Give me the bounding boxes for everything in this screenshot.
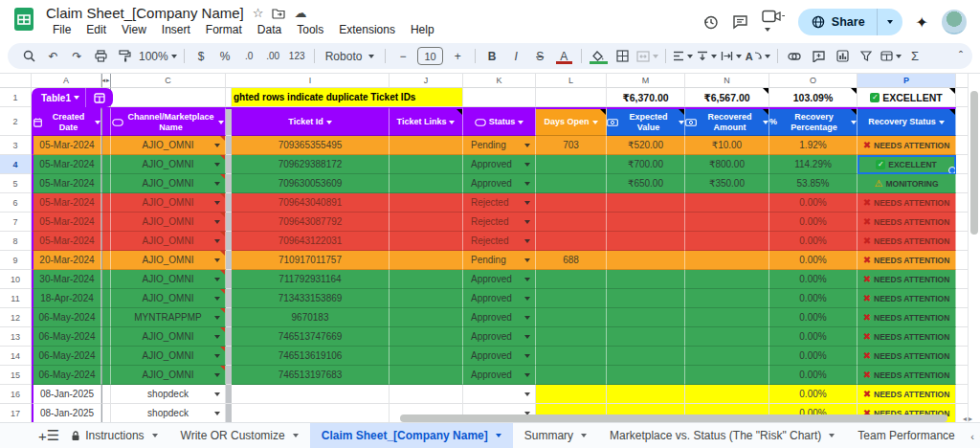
cell-days-open-r15[interactable] [536, 366, 607, 385]
cell-percent-r13[interactable]: 0.00% [769, 327, 858, 347]
cell-percent-r8[interactable]: 0.00% [769, 232, 858, 251]
document-title[interactable]: Claim Sheet_[Company Name] [46, 5, 244, 21]
column-header-M[interactable]: M [607, 74, 685, 88]
cell-date-r3[interactable]: 05-Mar-2024 [32, 136, 101, 155]
total-recovered-amount-cell[interactable]: ₹6,567.00 [685, 88, 769, 107]
paint-format-icon[interactable] [113, 46, 137, 66]
cell-percent-r10[interactable]: 0.00% [769, 270, 858, 289]
cell-date-r14[interactable]: 06-May-2024 [32, 347, 101, 366]
cell-ticket-id-r10[interactable]: 711792931164 [232, 270, 390, 289]
format-percent-icon[interactable]: % [213, 46, 237, 66]
vertical-scrollbar-track[interactable] [968, 74, 980, 424]
cell-days-open-r4[interactable] [536, 155, 607, 174]
cell-channel-r11[interactable]: AJIO_OMNI [111, 289, 226, 308]
cell-recovery-status-r3[interactable]: ✖NEEDS ATTENTION [858, 136, 956, 155]
cell-date-r17[interactable]: 08-Jan-2025 [32, 404, 101, 423]
cell-days-open-r13[interactable] [536, 327, 607, 347]
cell-date-r12[interactable]: 06-May-2024 [32, 308, 101, 327]
cell-channel-r14[interactable]: AJIO_OMNI [111, 347, 226, 366]
cell-ticket-id-r3[interactable]: 709365355495 [232, 136, 390, 155]
cell-date-r13[interactable]: 06-May-2024 [32, 327, 101, 347]
cell-recovered-r15[interactable] [685, 366, 769, 385]
menu-view[interactable]: View [115, 22, 153, 37]
cell-percent-r11[interactable]: 0.00% [769, 289, 858, 308]
cell-hidden-b-r16[interactable] [101, 385, 111, 404]
search-icon[interactable] [17, 46, 41, 66]
cell-status-r11[interactable]: Approved [463, 289, 536, 308]
cell-recovered-r5[interactable]: ₹350.00 [685, 174, 769, 193]
header-days_open[interactable]: Days Open [536, 107, 607, 136]
cell-recovery-status-r7[interactable]: ✖NEEDS ATTENTION [858, 213, 956, 232]
cell-status-r5[interactable]: Approved [463, 174, 536, 193]
header-recovery_percentage[interactable]: %Recovery Percentage [769, 107, 858, 136]
cell-channel-r5[interactable]: AJIO_OMNI [111, 174, 226, 193]
cell-ticket-link-r8[interactable] [390, 232, 463, 251]
redo-icon[interactable]: ↷ [65, 46, 89, 66]
row-number-11[interactable]: 11 [0, 289, 32, 308]
strikethrough-icon[interactable]: S [528, 46, 552, 66]
cell-expected-r12[interactable] [607, 308, 685, 327]
column-header-C[interactable]: C [111, 74, 226, 88]
cell-expected-r6[interactable] [607, 193, 685, 213]
menu-tools[interactable]: Tools [290, 22, 330, 37]
sheet-tab-instructions[interactable]: Instructions [59, 423, 168, 448]
row-number-15[interactable]: 15 [0, 366, 32, 385]
cell-hidden-b-r6[interactable] [101, 193, 111, 213]
row-number-14[interactable]: 14 [0, 347, 32, 366]
merge-cells-icon[interactable] [635, 46, 660, 66]
cell-recovery-status-r12[interactable]: ✖NEEDS ATTENTION [858, 308, 956, 327]
vertical-scrollbar-thumb[interactable] [970, 91, 978, 235]
cell-ticket-link-r5[interactable] [390, 174, 463, 193]
cloud-status-icon[interactable]: ☁ [294, 7, 306, 19]
column-header-O[interactable]: O [769, 74, 858, 88]
row-number-2[interactable]: 2 [0, 107, 32, 136]
column-header-P[interactable]: P [858, 74, 956, 88]
cell-status-r14[interactable]: Approved [463, 347, 536, 366]
cell-expected-r3[interactable]: ₹520.00 [607, 136, 685, 155]
select-all-corner[interactable] [0, 74, 32, 88]
horizontal-scrollbar-thumb[interactable] [400, 414, 947, 422]
total-expected-value-cell[interactable]: ₹6,370.00 [607, 88, 685, 107]
cell-ticket-id-r17[interactable] [232, 404, 390, 423]
cell-hidden-b-r7[interactable] [101, 213, 111, 232]
font-size-input[interactable]: 10 [417, 47, 442, 65]
cell-ticket-id-r13[interactable]: 746513747669 [232, 327, 390, 347]
print-icon[interactable] [89, 46, 113, 66]
cell-expected-r7[interactable] [607, 213, 685, 232]
insert-link-icon[interactable] [783, 46, 807, 66]
column-header-K[interactable]: K [463, 74, 536, 88]
horizontal-align-icon[interactable] [671, 46, 695, 66]
increase-font-size-icon[interactable]: + [446, 46, 470, 66]
header-created_date[interactable]: Created Date [32, 107, 101, 136]
all-sheets-icon[interactable]: ☰ [47, 427, 59, 444]
italic-icon[interactable]: I [504, 46, 528, 66]
cell-date-r10[interactable]: 30-Mar-2024 [32, 270, 101, 289]
text-wrap-icon[interactable] [719, 46, 744, 66]
cell-recovery-status-r15[interactable]: ✖NEEDS ATTENTION [858, 366, 956, 385]
cell-expected-r5[interactable]: ₹650.00 [607, 174, 685, 193]
cell-recovered-r6[interactable] [685, 193, 769, 213]
cell-l1[interactable] [536, 88, 607, 107]
cell-recovery-status-r5[interactable]: ⚠MONITORING [858, 174, 956, 193]
cell-date-r7[interactable]: 05-Mar-2024 [32, 213, 101, 232]
cell-k1[interactable] [463, 88, 536, 107]
row-number-3[interactable]: 3 [0, 136, 32, 155]
sheet-tab-team-performance[interactable]: Team Performance [846, 423, 966, 448]
cell-channel-r3[interactable]: AJIO_OMNI [111, 136, 226, 155]
cell-ticket-id-r9[interactable]: 710917011757 [232, 251, 390, 270]
header-recovered_amount[interactable]: Recovered Amount [685, 107, 769, 136]
menu-data[interactable]: Data [251, 22, 288, 37]
cell-date-r9[interactable]: 20-Mar-2024 [32, 251, 101, 270]
sheets-logo-icon[interactable] [11, 7, 36, 32]
cell-recovery-status-r6[interactable]: ✖NEEDS ATTENTION [858, 193, 956, 213]
cell-ticket-id-r6[interactable]: 709643040891 [232, 193, 390, 213]
row-number-1[interactable]: 1 [0, 88, 32, 107]
column-header-I[interactable]: I [232, 74, 390, 88]
share-dropdown[interactable] [878, 9, 902, 35]
cell-channel-r6[interactable]: AJIO_OMNI [111, 193, 226, 213]
cell-ticket-link-r3[interactable] [390, 136, 463, 155]
cell-recovery-status-r14[interactable]: ✖NEEDS ATTENTION [858, 347, 956, 366]
font-family-select[interactable]: Roboto [320, 50, 381, 63]
cell-date-r16[interactable]: 08-Jan-2025 [32, 385, 101, 404]
table-menu-icon[interactable] [86, 93, 113, 103]
